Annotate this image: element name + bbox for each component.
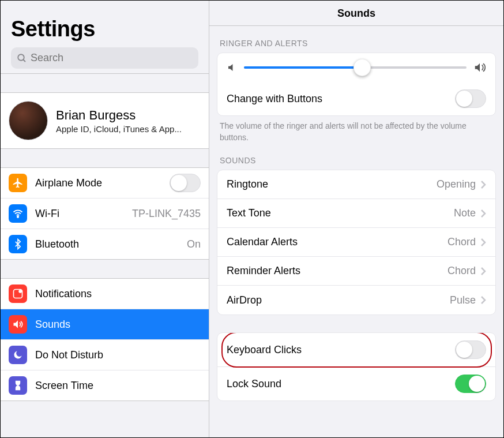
- calendar-alerts-row[interactable]: Calendar AlertsChord: [217, 228, 495, 257]
- airdrop-row[interactable]: AirDropPulse: [217, 286, 495, 315]
- section-ringer-label: RINGER AND ALERTS: [209, 26, 503, 53]
- toggle-label: Keyboard Clicks: [227, 344, 455, 356]
- sounds-icon: [9, 315, 27, 334]
- keyboard-clicks-toggle[interactable]: [455, 340, 486, 359]
- content-header: Sounds: [209, 1, 503, 26]
- chevron-right-icon: [480, 209, 486, 218]
- airplane-mode-toggle[interactable]: [170, 174, 201, 192]
- separator: [1, 259, 209, 279]
- ringtone-row[interactable]: RingtoneOpening: [217, 170, 495, 199]
- profile-subtitle: Apple ID, iCloud, iTunes & App...: [56, 124, 182, 134]
- sound-label: Reminder Alerts: [227, 265, 447, 277]
- screen-time-icon: [9, 376, 27, 395]
- profile-name: Brian Burgess: [56, 108, 182, 123]
- volume-slider[interactable]: [244, 66, 467, 69]
- lock-sound-row: Lock Sound: [217, 367, 495, 400]
- airplane-mode-icon: [9, 174, 27, 192]
- do-not-disturb-icon: [9, 346, 27, 364]
- change-with-buttons-label: Change with Buttons: [227, 93, 455, 105]
- chevron-right-icon: [480, 267, 486, 276]
- sound-value: Chord: [447, 236, 476, 248]
- content-pane: Sounds RINGER AND ALERTS Change with But…: [209, 1, 503, 437]
- chevron-right-icon: [480, 180, 486, 189]
- slider-thumb[interactable]: [353, 59, 371, 76]
- sidebar-item-label: Wi-Fi: [35, 208, 132, 220]
- page-title: Settings: [11, 17, 198, 42]
- volume-low-icon: [227, 62, 237, 73]
- change-with-buttons-toggle[interactable]: [455, 89, 486, 108]
- sidebar-item-do-not-disturb[interactable]: Do Not Disturb: [1, 340, 209, 370]
- search-icon: [17, 53, 27, 63]
- svg-point-4: [18, 290, 22, 293]
- sidebar-item-label: Do Not Disturb: [35, 349, 201, 361]
- profile-row[interactable]: Brian Burgess Apple ID, iCloud, iTunes &…: [1, 93, 209, 148]
- sidebar-item-sounds[interactable]: Sounds: [1, 309, 209, 340]
- sidebar-item-label: Bluetooth: [35, 238, 187, 250]
- sound-label: Calendar Alerts: [227, 236, 447, 248]
- avatar: [9, 101, 48, 140]
- keyboard-clicks-row: Keyboard Clicks: [217, 333, 495, 367]
- search-input[interactable]: [31, 52, 193, 64]
- volume-high-icon: [473, 61, 486, 74]
- toggles-card: Keyboard ClicksLock Sound: [217, 332, 496, 401]
- wi-fi-icon: [9, 204, 27, 223]
- bluetooth-icon: [9, 235, 27, 253]
- separator: [1, 400, 209, 437]
- notifications-icon: [9, 284, 27, 303]
- text-tone-row[interactable]: Text ToneNote: [217, 199, 495, 228]
- sidebar-item-label: Notifications: [35, 288, 201, 300]
- sound-label: Text Tone: [227, 207, 454, 219]
- toggle-label: Lock Sound: [227, 378, 455, 390]
- sound-label: Ringtone: [227, 178, 437, 190]
- svg-point-0: [18, 54, 24, 61]
- section-sounds-label: SOUNDS: [209, 143, 503, 170]
- change-with-buttons-row: Change with Buttons: [217, 82, 495, 115]
- reminder-alerts-row[interactable]: Reminder AlertsChord: [217, 257, 495, 286]
- separator: [1, 73, 209, 93]
- sound-label: AirDrop: [227, 294, 450, 306]
- sound-value: Opening: [437, 178, 476, 190]
- svg-point-2: [17, 216, 18, 218]
- ringer-note: The volume of the ringer and alerts will…: [209, 116, 503, 143]
- sound-value: Note: [454, 207, 476, 219]
- volume-slider-row: [217, 53, 495, 82]
- content-title: Sounds: [209, 8, 503, 20]
- svg-line-1: [23, 59, 25, 62]
- sidebar-item-label: Screen Time: [35, 380, 201, 392]
- search-field[interactable]: [11, 47, 198, 69]
- sidebar-item-label: Sounds: [35, 319, 201, 331]
- sidebar-item-wi-fi[interactable]: Wi-FiTP-LINK_7435: [1, 199, 209, 229]
- ringer-card: Change with Buttons: [217, 53, 496, 116]
- chevron-right-icon: [480, 295, 486, 305]
- lock-sound-toggle[interactable]: [455, 375, 486, 393]
- sound-value: Pulse: [450, 294, 476, 306]
- sidebar-item-value: On: [187, 238, 201, 250]
- sidebar-item-value: TP-LINK_7435: [132, 208, 201, 220]
- sidebar-item-notifications[interactable]: Notifications: [1, 279, 209, 309]
- sidebar-item-label: Airplane Mode: [35, 177, 170, 189]
- chevron-right-icon: [480, 238, 486, 247]
- sidebar-item-screen-time[interactable]: Screen Time: [1, 370, 209, 400]
- separator: [1, 148, 209, 168]
- sidebar-item-airplane-mode[interactable]: Airplane Mode: [1, 168, 209, 199]
- slider-fill: [244, 66, 362, 69]
- sound-value: Chord: [447, 265, 476, 277]
- sounds-card: RingtoneOpeningText ToneNoteCalendar Ale…: [217, 170, 496, 315]
- sidebar-item-bluetooth[interactable]: BluetoothOn: [1, 229, 209, 259]
- sidebar: Settings Brian Burgess Apple ID, iCloud,…: [1, 1, 209, 437]
